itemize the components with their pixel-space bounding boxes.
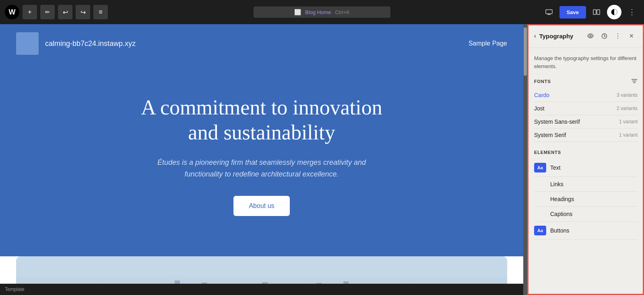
font-item[interactable]: Cardo 3 variants	[534, 89, 638, 102]
site-logo	[16, 32, 39, 55]
split-view-button[interactable]	[589, 5, 604, 19]
history-button[interactable]	[598, 30, 610, 42]
eye-button[interactable]	[584, 30, 597, 42]
list-button[interactable]: ≡	[93, 5, 108, 19]
website-preview: calming-bb7c24.instawp.xyz Sample Page A…	[0, 24, 523, 284]
building-image	[16, 256, 507, 284]
element-plain[interactable]: Links	[534, 177, 638, 192]
split-icon	[593, 9, 600, 15]
font-variants: 1 variant	[619, 132, 638, 138]
hero-subtitle: Études is a pioneering firm that seamles…	[157, 157, 366, 180]
hero-section: A commitment to innovationand sustainabi…	[0, 63, 523, 256]
font-item[interactable]: System Sans-serif 1 variant	[534, 115, 638, 129]
url-bar[interactable]: ⬜ Blog Home Ctrl+K	[254, 6, 390, 18]
font-variants: 3 variants	[617, 92, 638, 98]
canvas-scrollbar	[523, 24, 527, 295]
filter-svg-icon	[631, 79, 638, 83]
add-button[interactable]: +	[23, 5, 37, 19]
panel-description: Manage the typography settings for diffe…	[534, 54, 638, 70]
elements-list: Aa TextLinksHeadingsCaptionsAa Buttons	[534, 159, 638, 240]
font-variants: 2 variants	[617, 106, 638, 111]
font-name: System Sans-serif	[534, 118, 580, 125]
canvas-scroll[interactable]: calming-bb7c24.instawp.xyz Sample Page A…	[0, 24, 523, 284]
styles-body: Manage the typography settings for diffe…	[528, 48, 644, 295]
panel-title: Typography	[539, 33, 574, 39]
blog-icon: ⬜	[294, 9, 301, 15]
svg-rect-4	[593, 10, 596, 15]
toolbar: W + ✏ ↩ ↪ ≡ ⬜ Blog Home Ctrl+K Save	[0, 0, 644, 24]
font-name: System Serif	[534, 132, 566, 138]
font-name: Cardo	[534, 92, 549, 98]
hero-title: A commitment to innovationand sustainabi…	[16, 95, 507, 145]
close-panel-icon: ✕	[629, 33, 634, 39]
canvas-footer: Template	[0, 284, 523, 295]
pen-button[interactable]: ✏	[40, 5, 55, 19]
site-header: calming-bb7c24.instawp.xyz Sample Page	[0, 24, 523, 63]
blog-label: Blog Home	[305, 9, 331, 15]
filter-icon[interactable]	[631, 78, 638, 85]
desktop-view-button[interactable]	[542, 5, 556, 19]
element-plain[interactable]: Headings	[534, 192, 638, 207]
canvas-wrapper: calming-bb7c24.instawp.xyz Sample Page A…	[0, 24, 523, 295]
desktop-icon	[545, 9, 553, 15]
url-bar-container: ⬜ Blog Home Ctrl+K	[254, 6, 390, 18]
back-button[interactable]: ‹	[534, 33, 536, 39]
shortcut-label: Ctrl+K	[335, 9, 349, 15]
fonts-list: Cardo 3 variantsJost 2 variantsSystem Sa…	[534, 89, 638, 142]
fonts-label: FONTS	[534, 79, 551, 84]
elements-label: ELEMENTS	[534, 150, 561, 155]
main-area: calming-bb7c24.instawp.xyz Sample Page A…	[0, 24, 644, 295]
contrast-button[interactable]	[607, 5, 621, 19]
clock-icon	[601, 33, 607, 39]
elements-section: ELEMENTS Aa TextLinksHeadingsCaptionsAa …	[534, 150, 638, 240]
styles-header-icons: ⋮ ✕	[584, 30, 638, 42]
more-panel-button[interactable]: ⋮	[612, 30, 624, 42]
styles-panel: ‹ Typography ⋮	[527, 24, 644, 295]
save-button[interactable]: Save	[559, 6, 586, 19]
close-panel-button[interactable]: ✕	[625, 30, 638, 42]
aa-badge: Aa	[534, 163, 546, 172]
element-label: Buttons	[550, 227, 569, 234]
font-variants: 1 variant	[619, 119, 638, 125]
svg-rect-5	[597, 10, 600, 15]
scrollbar-thumb[interactable]	[524, 27, 527, 76]
styles-header: ‹ Typography ⋮	[528, 24, 644, 48]
more-icon: ⋮	[628, 8, 636, 17]
element-plain[interactable]: Captions	[534, 207, 638, 222]
eye-icon	[587, 33, 594, 38]
toolbar-right: Save ⋮	[542, 5, 639, 19]
building-section	[16, 256, 507, 284]
site-nav-item: Sample Page	[469, 40, 507, 47]
font-name: Jost	[534, 105, 545, 112]
about-us-button[interactable]: About us	[233, 196, 289, 216]
svg-rect-0	[546, 10, 552, 14]
undo-button[interactable]: ↩	[58, 5, 72, 19]
font-item[interactable]: System Serif 1 variant	[534, 129, 638, 142]
arch-lines	[161, 272, 362, 284]
styles-title-row: ‹ Typography	[534, 33, 573, 39]
aa-badge: Aa	[534, 226, 546, 235]
fonts-section-heading: FONTS	[534, 78, 638, 85]
element-item[interactable]: Aa Buttons	[534, 222, 638, 240]
wp-logo[interactable]: W	[5, 5, 19, 19]
contrast-icon	[611, 9, 617, 15]
element-item[interactable]: Aa Text	[534, 159, 638, 177]
elements-section-heading: ELEMENTS	[534, 150, 638, 155]
redo-button[interactable]: ↪	[76, 5, 90, 19]
more-panel-icon: ⋮	[615, 32, 621, 40]
svg-point-7	[590, 35, 591, 37]
site-logo-area: calming-bb7c24.instawp.xyz	[16, 32, 136, 55]
element-label: Text	[550, 164, 561, 171]
font-item[interactable]: Jost 2 variants	[534, 102, 638, 115]
template-label: Template	[5, 287, 25, 292]
site-name: calming-bb7c24.instawp.xyz	[45, 39, 136, 48]
more-options-button[interactable]: ⋮	[625, 5, 639, 19]
